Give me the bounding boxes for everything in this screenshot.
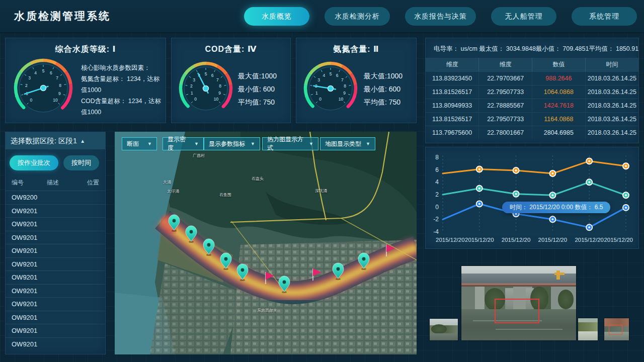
conductivity-table: 维度维度数值时间 113.8392345022.79703667988.2646… [426, 58, 638, 139]
data-section-selector[interactable]: 选择数据区段: 区段1 ▲ [6, 132, 105, 149]
svg-text:0: 0 [435, 204, 439, 211]
map-viewport[interactable]: 广昌村石盘头大涌太仔涌石鱼围深坑涌东方高尔夫 断面▼显示密度▼显示参数指标▼热力… [115, 132, 417, 354]
cell-time: 2018.03.26.14.25 [585, 85, 638, 99]
table-row: 113.8152651722.795077331164.08682018.03.… [426, 112, 638, 126]
list-item-OW9201[interactable]: OW9201 [6, 311, 105, 324]
list-item-OW9201[interactable]: OW9201 [6, 257, 105, 271]
photo-annotation-box [495, 299, 539, 323]
col-pos: 位置 [82, 178, 99, 187]
svg-text:6: 6 [50, 70, 52, 75]
photo-main[interactable] [461, 265, 577, 341]
table-col-header: 维度 [479, 58, 532, 71]
stat-label: 最大值: [364, 72, 387, 80]
dropdown-label: 显示密度 [168, 135, 190, 152]
cell-time: 2018.03.26.14.25 [585, 99, 638, 112]
cell-time: 2018.03.26.14.25 [585, 71, 638, 85]
svg-text:1: 1 [315, 90, 318, 96]
nav-tab-1[interactable]: 水质检测分析 [325, 7, 390, 26]
map-dropdown-4[interactable]: 地图显示类型▼ [320, 137, 375, 150]
svg-text:2: 2 [190, 83, 193, 88]
panel-overall-quality: 综合水质等级: Ⅰ 012345678910 核心影响水质参数因素： 氨氮含量超… [5, 38, 166, 123]
gauge-svg: 012345678910 [179, 61, 233, 116]
svg-text:7: 7 [216, 77, 219, 82]
stat-value: 1000 [261, 72, 277, 80]
cell-longitude: 113.81526517 [426, 112, 479, 126]
stat-label: 平均值: [364, 98, 387, 106]
stat-value: 1000 [387, 72, 403, 80]
svg-text:8: 8 [219, 83, 221, 88]
list-item-OW9201[interactable]: OW9201 [6, 284, 105, 298]
list-item-OW9201[interactable]: OW9201 [6, 324, 105, 337]
map-dropdown-2[interactable]: 显示参数指标▼ [204, 137, 260, 150]
photo-thumb-1[interactable] [429, 318, 458, 341]
list-item-OW9201[interactable]: OW9201 [6, 270, 105, 284]
list-item-OW9200[interactable]: OW9200 [6, 191, 105, 204]
gauge-cod: 012345678910 [179, 61, 233, 116]
cell-value: 1164.0868 [532, 112, 586, 126]
stat-value: 600 [263, 85, 275, 93]
gauge-info-title: 核心影响水质参数因素： [81, 62, 164, 73]
svg-text:6: 6 [336, 73, 339, 78]
panel-title-cod: COD含量: Ⅳ [172, 38, 290, 55]
svg-text:2015/12/20: 2015/12/20 [502, 237, 531, 243]
svg-text:5: 5 [205, 71, 207, 76]
dropdown-label: 热力图显示方式 [267, 135, 305, 152]
nav-tab-4[interactable]: 系统管理 [572, 7, 637, 26]
svg-text:3: 3 [317, 77, 320, 82]
sidebar-filter-buttons: 按作业批次按时间 [6, 149, 105, 175]
list-item-OW9201[interactable]: OW9201 [6, 297, 105, 311]
cell-latitude: 22.78885567 [479, 99, 532, 112]
photo-gallery [425, 251, 639, 357]
svg-text:1: 1 [191, 90, 193, 96]
sidebar-filter-1[interactable]: 按时间 [63, 155, 99, 170]
map-dropdown-0[interactable]: 断面▼ [122, 137, 157, 150]
list-item-OW9201[interactable]: OW9201 [6, 337, 105, 351]
list-item-OW9201[interactable]: OW9201 [6, 204, 105, 218]
list-item-OW9201[interactable]: OW9201 [6, 244, 105, 257]
table-row: 113.8392345022.79703667988.26462018.03.2… [426, 71, 638, 85]
svg-text:9: 9 [58, 91, 61, 96]
panel-title-overall-quality: 综合水质等级: Ⅰ [6, 38, 166, 55]
svg-text:4: 4 [323, 73, 325, 78]
svg-text:6: 6 [211, 73, 214, 78]
gauge-info-line: COD含量超标： 1234，达标值1000 [81, 96, 164, 118]
cell-longitude: 113.80949933 [426, 99, 479, 112]
nav-tab-0[interactable]: 水质概览 [244, 7, 309, 26]
photo-thumb-3[interactable] [604, 318, 629, 341]
svg-text:10: 10 [339, 97, 344, 102]
panel-cod: COD含量: Ⅳ 012345678910 最大值:1000 最小值: 600 … [171, 38, 291, 123]
gauge-ammonia: 012345678910 [303, 61, 358, 116]
svg-text:0: 0 [319, 97, 321, 102]
sidebar-filter-0[interactable]: 按作业批次 [10, 155, 58, 170]
cell-time: 2018.03.26.14.25 [585, 112, 638, 126]
photo-thumb-2[interactable] [578, 318, 598, 341]
list-item-OW9201[interactable]: OW9201 [6, 217, 105, 231]
panel-ammonia: 氨氮含量: Ⅱ 012345678910 最大值:1000 最小值: 600 平… [296, 38, 417, 123]
svg-text:9: 9 [343, 90, 346, 96]
table-row: 113.7967560022.780016672804.69852018.03.… [426, 126, 638, 139]
conductivity-summary: 电导率： us/cm 最太值： 3034.9848最小值： 709.4851平均… [426, 38, 638, 58]
dropdown-label: 断面 [127, 140, 139, 148]
map-dropdown-1[interactable]: 显示密度▼ [163, 137, 204, 150]
svg-text:0: 0 [30, 98, 33, 103]
svg-text:5: 5 [330, 71, 332, 76]
svg-text:2: 2 [25, 83, 28, 88]
cell-value: 1064.0868 [532, 85, 586, 99]
cell-latitude: 22.79703667 [479, 71, 532, 85]
nav-bar: 水质概览水质检测分析水质报告与决策无人船管理系统管理 [244, 7, 637, 26]
svg-text:2015/12/20: 2015/12/20 [538, 237, 568, 243]
col-desc: 描述 [47, 178, 82, 187]
cell-longitude: 113.81526517 [426, 85, 479, 99]
collapse-caret-icon: ▲ [80, 138, 85, 144]
svg-text:10: 10 [53, 98, 58, 103]
chevron-down-icon: ▼ [251, 141, 255, 146]
svg-text:9: 9 [218, 90, 221, 96]
list-item-OW9201[interactable]: OW9201 [6, 231, 105, 244]
nav-tab-2[interactable]: 水质报告与决策 [405, 7, 476, 26]
col-id: 编号 [12, 178, 47, 187]
nav-tab-3[interactable]: 无人船管理 [491, 7, 556, 26]
svg-text:5: 5 [42, 68, 45, 73]
map-dropdown-3[interactable]: 热力图显示方式▼ [262, 137, 318, 150]
cell-longitude: 113.83923450 [426, 71, 479, 85]
panel-conductivity: 电导率： us/cm 最太值： 3034.9848最小值： 709.4851平均… [425, 38, 639, 143]
